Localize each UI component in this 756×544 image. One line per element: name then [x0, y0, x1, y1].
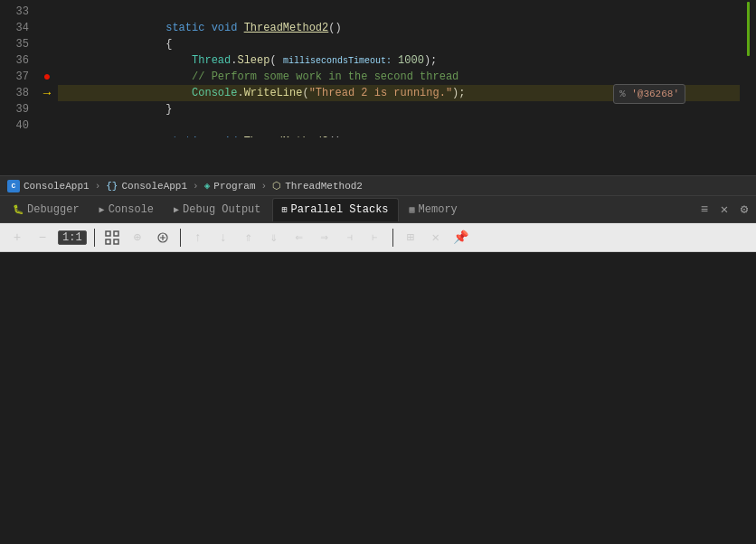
toolbar-pin[interactable]: 📌 [451, 228, 471, 248]
tab-debugger-label: Debugger [27, 203, 80, 216]
hint-value: '@36268' [631, 89, 679, 99]
toolbar-sep-1 [94, 229, 95, 247]
main-panel: + − 1:1 ⊕ ↑ ↓ ⇑ ⇓ ⇐ ⇒ ⊣ ⊢ ⊞ ✕ 📌 [0, 223, 756, 252]
tab-close-btn[interactable]: ✕ [716, 202, 732, 218]
toolbar-collapse-left[interactable]: ⊣ [340, 228, 360, 248]
breakpoint-icon[interactable]: ● [36, 69, 58, 85]
tab-settings-btn[interactable]: ⚙ [736, 202, 752, 218]
breadcrumb-class: Program [213, 181, 255, 192]
code-line-33: static void ThreadMethod2() [58, 4, 740, 20]
code-content: static void ThreadMethod2() { Thread.Sle… [58, 0, 740, 175]
stacks-toolbar: + − 1:1 ⊕ ↑ ↓ ⇑ ⇓ ⇐ ⇒ ⊣ ⊢ ⊞ ✕ 📌 [0, 223, 756, 252]
tab-console-label: Console [109, 203, 154, 216]
tab-memory-label: Memory [419, 203, 458, 216]
code-gutter: ● → [36, 0, 58, 175]
toolbar-fit[interactable] [102, 228, 122, 248]
svg-rect-3 [114, 239, 118, 244]
tab-overflow-btn[interactable]: ≡ [696, 202, 713, 218]
line-numbers: 33 34 35 36 37 38 39 40 [0, 0, 36, 175]
toolbar-close-panel[interactable]: ✕ [426, 228, 446, 248]
breadcrumb-icon-code: {} [106, 181, 118, 192]
toolbar-zoom-level: 1:1 [58, 230, 87, 245]
toolbar-collapse-right[interactable]: ⊢ [365, 228, 385, 248]
toolbar-next[interactable]: ↓ [213, 228, 233, 248]
tabs-bar: 🐛 Debugger ▶ Console ▶ Debug Output ⊞ Pa… [0, 196, 756, 223]
code-line-40: static void ThreadMethod3() [58, 117, 740, 134]
svg-rect-0 [106, 231, 110, 236]
tab-debug-output-label: Debug Output [183, 203, 260, 216]
output-icon: ▶ [174, 204, 179, 215]
toolbar-expand-right[interactable]: ⇒ [315, 228, 335, 248]
breadcrumb-icon-class: ◈ [204, 180, 211, 192]
tab-console[interactable]: ▶ Console [90, 198, 163, 221]
memory-icon: ▦ [410, 204, 415, 215]
svg-rect-1 [114, 231, 118, 236]
toolbar-prev[interactable]: ↑ [188, 228, 208, 248]
toolbar-expand-left[interactable]: ⇐ [289, 228, 309, 248]
toolbar-layout[interactable]: ⊕ [128, 228, 147, 248]
breadcrumb-method: ThreadMethod2 [285, 181, 363, 192]
breadcrumb: C ConsoleApp1 › {} ConsoleApp1 › ◈ Progr… [0, 176, 756, 196]
minimap-indicator [747, 2, 750, 56]
breadcrumb-project: ConsoleApp1 [121, 181, 187, 192]
code-line-38: } % '@36268' [58, 85, 740, 101]
app-icon: C [7, 180, 20, 192]
toolbar-sep-2 [180, 229, 181, 247]
toolbar-sep-3 [392, 229, 393, 247]
parallel-icon: ⊞ [282, 204, 288, 215]
toolbar-share[interactable] [153, 228, 173, 248]
current-line-arrow: → [36, 85, 58, 101]
toolbar-zoom-out[interactable]: − [33, 228, 52, 248]
minimap-area [740, 0, 756, 175]
breadcrumb-icon-method: ⬡ [272, 180, 281, 192]
debugger-icon: 🐛 [13, 204, 24, 215]
toolbar-zoom-in[interactable]: + [7, 228, 27, 248]
toolbar-table[interactable]: ⊞ [401, 228, 421, 248]
console-icon: ▶ [99, 204, 105, 215]
tab-debug-output[interactable]: ▶ Debug Output [165, 198, 269, 221]
breadcrumb-app: ConsoleApp1 [24, 181, 90, 192]
toolbar-expand-up[interactable]: ⇑ [239, 228, 259, 248]
tab-parallel-stacks[interactable]: ⊞ Parallel Stacks [272, 198, 399, 221]
tab-debugger[interactable]: 🐛 Debugger [4, 198, 89, 221]
tab-parallel-stacks-label: Parallel Stacks [291, 203, 389, 216]
tab-memory[interactable]: ▦ Memory [401, 198, 467, 221]
toolbar-expand-down[interactable]: ⇓ [264, 228, 284, 248]
svg-rect-2 [106, 239, 110, 244]
code-editor: 33 34 35 36 37 38 39 40 ● → static void … [0, 0, 756, 176]
